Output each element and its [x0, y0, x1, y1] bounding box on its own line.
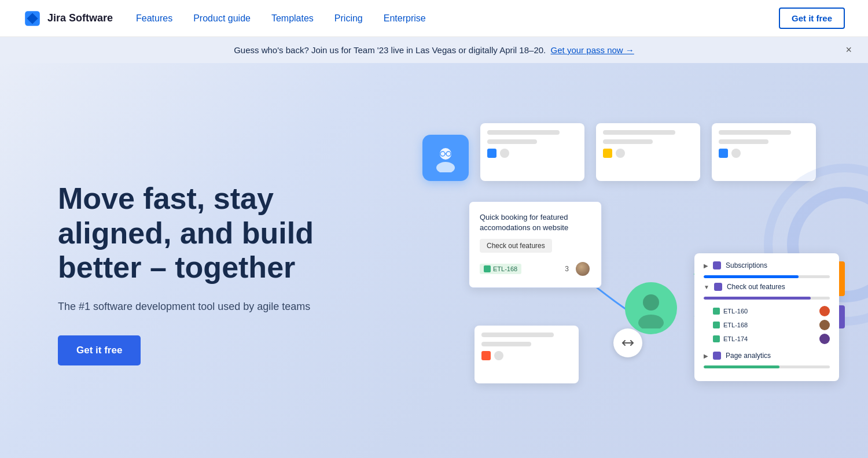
etl174-avatar: [819, 334, 830, 344]
check-icon-etl174: [713, 335, 720, 342]
sidebar-subscriptions-label: Subscriptions: [726, 261, 830, 269]
nav-enterprise[interactable]: Enterprise: [384, 13, 426, 24]
nav-product-guide[interactable]: Product guide: [193, 13, 251, 24]
kanban-card-3: [712, 123, 816, 181]
nav-templates[interactable]: Templates: [271, 13, 314, 24]
person-silhouette-icon: [631, 288, 671, 328]
sidebar-item-etl174: ETL-174: [704, 332, 830, 346]
sidebar-panel: ▶ Subscriptions ▼ Check out features: [694, 253, 839, 381]
orange-accent-bar: [839, 261, 845, 296]
svg-point-2: [436, 162, 455, 172]
task-assignee-avatar: [575, 261, 591, 277]
jira-logo-icon: [23, 9, 42, 28]
task-id: ETL-168: [493, 265, 517, 272]
nav-pricing[interactable]: Pricing: [334, 13, 363, 24]
chevron-down-icon-2: ▼: [704, 284, 709, 290]
sidebar-section-icon: [713, 261, 721, 269]
hero-subtext: The #1 software development tool used by…: [58, 299, 393, 315]
check-icon-etl160: [713, 308, 720, 315]
main-task-card: Quick booking for featured accomodations…: [469, 201, 602, 288]
banner-link[interactable]: Get your pass now →: [551, 45, 634, 55]
subscriptions-progress-fill: [704, 275, 799, 278]
navbar-get-free-button[interactable]: Get it free: [779, 8, 845, 29]
analytics-progress-fill: [704, 365, 779, 368]
task-id-badge: ETL-168: [480, 264, 521, 274]
nav-links: Features Product guide Templates Pricing…: [136, 13, 779, 24]
square-icon-etl168: [713, 322, 720, 328]
svg-point-7: [638, 315, 664, 328]
task-tag: Check out features: [480, 239, 552, 253]
hero-section: Move fast, stay aligned, and build bette…: [0, 63, 868, 458]
person-circle-avatar: [625, 282, 677, 334]
chevron-down-icon: ▶: [704, 263, 708, 269]
person-avatar-icon: [431, 143, 460, 172]
announcement-banner: Guess who's back? Join us for Team '23 l…: [0, 37, 868, 63]
sidebar-section-icon-2: [714, 283, 722, 291]
sidebar-analytics-section: ▶ Page analytics: [704, 352, 830, 368]
avatar-card: [422, 135, 469, 181]
sidebar-item-etl168: ETL-168: [704, 318, 830, 332]
kanban-card-2: [596, 123, 700, 181]
etl168-label: ETL-168: [723, 322, 816, 328]
nav-features[interactable]: Features: [136, 13, 172, 24]
etl168-avatar: [819, 320, 830, 330]
hero-heading: Move fast, stay aligned, and build bette…: [58, 182, 393, 285]
svg-point-6: [643, 294, 659, 311]
arrows-icon: [621, 336, 635, 350]
brand-name: Jira Software: [47, 12, 113, 24]
checkout-progress-fill: [704, 297, 811, 300]
task-count: 3: [565, 265, 569, 273]
etl174-label: ETL-174: [723, 335, 816, 342]
navbar: Jira Software Features Product guide Tem…: [0, 0, 868, 37]
hero-illustration: Quick booking for featured accomodations…: [393, 100, 868, 447]
banner-close-button[interactable]: ×: [845, 44, 852, 56]
checkout-progress-bar: [704, 297, 830, 300]
sidebar-checkout-section: ▼ Check out features: [704, 283, 830, 300]
kanban-card-bottom: [475, 326, 579, 383]
sidebar-checkout-label: Check out features: [727, 283, 830, 291]
hero-content: Move fast, stay aligned, and build bette…: [58, 182, 393, 365]
subscriptions-progress-bar: [704, 275, 830, 278]
kanban-card-1: [480, 123, 584, 181]
task-footer: ETL-168 3: [480, 261, 591, 277]
task-title: Quick booking for featured accomodations…: [480, 212, 591, 233]
logo-link[interactable]: Jira Software: [23, 9, 113, 28]
connection-node: [613, 328, 642, 357]
hero-cta-button[interactable]: Get it free: [58, 335, 141, 365]
banner-text: Guess who's back? Join us for Team '23 l…: [234, 45, 634, 55]
purple-accent-bar: [839, 305, 845, 328]
sidebar-item-etl160: ETL-160: [704, 304, 830, 318]
chevron-right-icon: ▶: [704, 353, 708, 359]
etl160-avatar: [819, 306, 830, 316]
etl160-label: ETL-160: [723, 308, 816, 315]
sidebar-analytics-icon: [713, 352, 721, 360]
sidebar-analytics-label: Page analytics: [726, 352, 830, 360]
analytics-progress-bar: [704, 365, 830, 368]
sidebar-subscriptions-section: ▶ Subscriptions: [704, 261, 830, 278]
